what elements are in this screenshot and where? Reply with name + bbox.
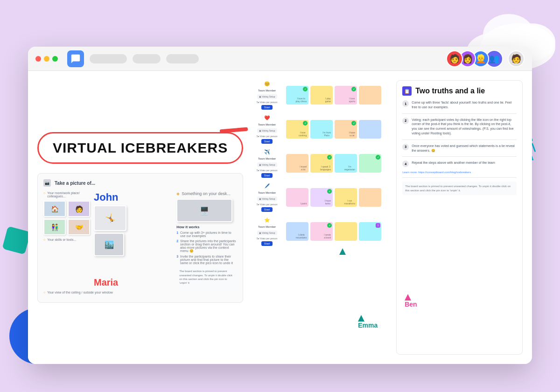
- dot-yellow[interactable]: [44, 56, 49, 62]
- tt-title: Two truths and a lie: [415, 87, 485, 95]
- tt-header: 📋 Two truths and a lie: [402, 86, 517, 96]
- vote-cell-5-2[interactable]: ✓I wrotea book: [310, 222, 333, 241]
- vote-cell-1-1[interactable]: ✓I love toplay chess: [286, 86, 308, 105]
- tt-step-num-3: 3: [402, 144, 409, 150]
- step-num-3: 3: [176, 255, 178, 258]
- browser-content: VIRTUAL ICEBREAKERS 📷 Take a picture of.…: [28, 71, 532, 364]
- name-maria: Maria: [94, 277, 173, 288]
- voting-icon-3: ✈️: [264, 148, 270, 155]
- dot-green[interactable]: [52, 56, 58, 62]
- wb-prompt-1: Your room/work place/ colleagues...: [43, 191, 90, 198]
- wb-photo-1: 🏠: [43, 201, 66, 217]
- tt-step-2: 2 Voting: each participant votes by clic…: [402, 118, 517, 136]
- vote-cell-5-1[interactable]: I climbmountains: [286, 222, 308, 241]
- tt-board-note: The board section is pinned to prevent u…: [402, 182, 517, 195]
- vote-cell-5-4[interactable]: !: [359, 222, 381, 241]
- tt-divider-2: [402, 140, 517, 140]
- tt-step-3: 3 Once everyone has voted and guessed wh…: [402, 144, 517, 153]
- tt-step-num-1: 1: [402, 100, 409, 107]
- wb-photo-2: 🧑: [68, 201, 90, 217]
- vote-cell-5-3[interactable]: [335, 222, 357, 241]
- tt-step-4: 4 Repeat the steps above with another me…: [402, 161, 517, 167]
- red-underline: [220, 127, 248, 133]
- team-member-2: Team Member: [258, 123, 276, 126]
- wb-content: Your room/work place/ colleagues... 🏠 🧑 …: [43, 191, 237, 288]
- vote-cell-1-4[interactable]: [359, 86, 381, 105]
- browser-bar: 🧑 👩 👱 👥 🧑: [28, 47, 532, 71]
- tt-divider-1: [402, 113, 517, 114]
- voting-row-5: ⭐ Team Member ▣ Voting Setup 5♦ Votes pe…: [251, 217, 391, 246]
- votes-cells-4: I paint ✓I havetwins I runmarathons: [286, 188, 381, 207]
- step-num-2: 2: [176, 239, 178, 243]
- browser-logo: [67, 50, 84, 67]
- voting-icon-5: ⭐: [264, 217, 270, 223]
- vote-cell-1-2[interactable]: I playguitar: [310, 86, 333, 105]
- wb-middle-col: John 🤸 🏙️ Maria: [94, 191, 173, 288]
- vote-cell-4-3[interactable]: I runmarathons: [335, 188, 357, 207]
- start-btn-5[interactable]: Start: [261, 241, 273, 246]
- tt-step-text-3: Once everyone has voted and guessed whic…: [412, 144, 517, 153]
- voting-icon-2: ❤️: [264, 114, 270, 121]
- voting-tag-1: ▣ Voting Setup: [257, 94, 277, 99]
- step-text-3: Invite the participants to share their p…: [180, 255, 237, 265]
- voting-label-5: ⭐ Team Member ▣ Voting Setup 5♦ Votes pe…: [251, 217, 283, 246]
- votes-per-person-2: 5♦ Votes per person: [257, 135, 278, 138]
- team-member-3: Team Member: [258, 157, 276, 160]
- vote-cell-1-3[interactable]: ✓I lovesports: [335, 86, 357, 105]
- voting-label-col-3: ✈️ Team Member ▣ Voting Setup 5♦ Votes p…: [251, 148, 283, 178]
- vote-cell-3-4[interactable]: ✓: [359, 154, 381, 173]
- voting-label-3: ✈️ Team Member ▣ Voting Setup 5♦ Votes p…: [251, 148, 283, 178]
- right-panel: 😊 Team Member ▣ Voting Setup 5♦ Votes pe…: [251, 80, 523, 355]
- step-num-1: 1: [176, 231, 178, 234]
- wb-camera-icon: 📷: [43, 179, 51, 187]
- votes-cells-2: ✓I lovecooking I'm fromParis ✓I havea ca…: [286, 120, 381, 139]
- vote-cell-4-4[interactable]: [359, 188, 381, 207]
- vote-cell-3-2[interactable]: ✓I speak 3languages: [310, 154, 333, 173]
- nav-pill-3: [166, 54, 199, 63]
- voting-grid-panel: 😊 Team Member ▣ Voting Setup 5♦ Votes pe…: [251, 80, 391, 355]
- voting-label-col-1: 😊 Team Member ▣ Voting Setup 5♦ Votes pe…: [251, 80, 283, 110]
- tt-divider-4: [402, 177, 517, 178]
- voting-tag-5: ▣ Voting Setup: [257, 231, 277, 235]
- start-btn-1[interactable]: Start: [261, 105, 273, 110]
- whiteboard-preview: 📷 Take a picture of... Your room/work pl…: [37, 173, 243, 303]
- vote-cell-3-1[interactable]: I travela lot: [286, 154, 308, 173]
- wb-photo-4: 🤝: [68, 219, 90, 235]
- vote-cell-4-2[interactable]: ✓I havetwins: [310, 188, 333, 207]
- start-btn-3[interactable]: Start: [261, 173, 273, 178]
- step-text-1: Come up with 3+ pictures in time to use …: [180, 231, 237, 238]
- tt-divider-3: [402, 156, 517, 157]
- tt-step-num-2: 2: [402, 118, 409, 124]
- wb-photo-center-2: 🏙️: [94, 233, 124, 256]
- dot-red[interactable]: [35, 56, 41, 62]
- vote-cell-2-2[interactable]: I'm fromParis: [310, 120, 333, 139]
- nav-pill-2: [133, 54, 161, 63]
- vote-cell-3-3[interactable]: I'mvegetarian: [335, 154, 357, 173]
- tt-step-text-4: Repeat the steps above with another memb…: [412, 161, 495, 165]
- tt-step-text-1: Come up with three 'facts' about yoursel…: [412, 100, 517, 110]
- vote-cell-2-4[interactable]: [359, 120, 381, 139]
- wb-step-3: 3 Invite the participants to share their…: [176, 255, 237, 265]
- voting-label-col-4: 🖊️ Team Member ▣ Voting Setup 5♦ Votes p…: [251, 182, 283, 212]
- votes-cells-5: I climbmountains ✓I wrotea book !: [286, 222, 381, 241]
- voting-row-2: ❤️ Team Member ▣ Voting Setup 5♦ Votes p…: [251, 114, 391, 144]
- vote-cell-2-3[interactable]: ✓I havea cat: [335, 120, 357, 139]
- tt-step-num-4: 4: [402, 161, 409, 167]
- left-panel: VIRTUAL ICEBREAKERS 📷 Take a picture of.…: [37, 80, 243, 355]
- voting-label-col-5: ⭐ Team Member ▣ Voting Setup 5♦ Votes pe…: [251, 217, 283, 246]
- wb-photo-3: 👫: [43, 219, 66, 235]
- team-member-5: Team Member: [258, 225, 276, 228]
- votes-cells-3: I travela lot ✓I speak 3languages I'mveg…: [286, 154, 381, 173]
- wb-photo-right: 🖥️: [176, 199, 232, 222]
- vote-cell-2-1[interactable]: ✓I lovecooking: [286, 120, 308, 139]
- voting-row-3: ✈️ Team Member ▣ Voting Setup 5♦ Votes p…: [251, 148, 391, 178]
- voting-tag-3: ▣ Voting Setup: [257, 162, 277, 167]
- vote-cell-4-1[interactable]: I paint: [286, 188, 308, 207]
- wb-step-1: 1 Come up with 3+ pictures in time to us…: [176, 231, 237, 238]
- start-btn-4[interactable]: Start: [261, 207, 273, 212]
- tt-link: Learn more: https://conceptboard.com/blo…: [402, 171, 517, 174]
- voting-label-1: 😊 Team Member ▣ Voting Setup 5♦ Votes pe…: [251, 80, 283, 110]
- voting-tag-2: ▣ Voting Setup: [257, 128, 277, 133]
- voting-label-4: 🖊️ Team Member ▣ Voting Setup 5♦ Votes p…: [251, 182, 283, 212]
- start-btn-2[interactable]: Start: [261, 139, 273, 144]
